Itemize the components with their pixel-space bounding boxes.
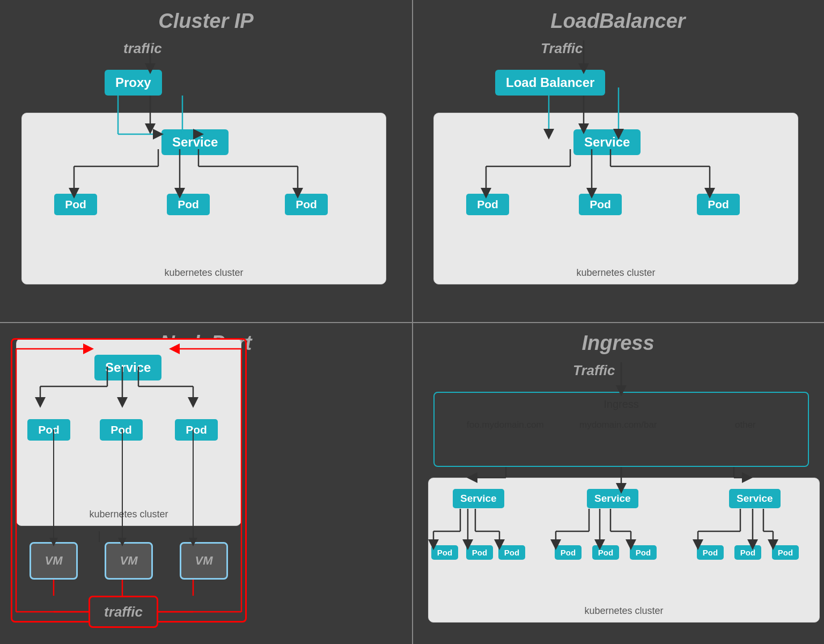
q1-pod1-label: Pod bbox=[54, 194, 97, 215]
q1-cluster-ip: Cluster IP traffic Proxy Service Pod Pod… bbox=[0, 0, 412, 322]
q4-pod2: Pod bbox=[466, 545, 493, 560]
q4-svc2-box: Service bbox=[587, 489, 638, 508]
q2-service: Service bbox=[573, 129, 641, 155]
q4-svc3: Service bbox=[729, 489, 781, 508]
q1-pod1: Pod bbox=[54, 194, 97, 215]
q4-cluster-label: kubernetes cluster bbox=[584, 605, 663, 617]
q1-service-box: Service bbox=[161, 129, 229, 155]
q2-pod2: Pod bbox=[579, 194, 622, 215]
q4-pod7: Pod bbox=[697, 545, 724, 560]
q4-pod3-label: Pod bbox=[498, 545, 525, 560]
q3-traffic-label: traffic bbox=[104, 604, 143, 620]
q2-pod3-label: Pod bbox=[697, 194, 740, 215]
q3-traffic-box: traffic bbox=[89, 596, 158, 628]
q4-pod3: Pod bbox=[498, 545, 525, 560]
q4-pod2-label: Pod bbox=[466, 545, 493, 560]
q4-ingress-label: Ingress bbox=[604, 398, 639, 411]
q1-proxy: Proxy bbox=[105, 70, 162, 96]
q4-cluster-box: Service Service Service Pod Pod Pod Pod … bbox=[428, 478, 820, 623]
q4-title: Ingress bbox=[582, 332, 654, 355]
q2-traffic-label: Traffic bbox=[541, 40, 583, 57]
q4-pod6: Pod bbox=[630, 545, 657, 560]
q4-pod4-label: Pod bbox=[555, 545, 582, 560]
q1-service: Service bbox=[161, 129, 229, 155]
q4-route2: mydomain.com/bar bbox=[579, 420, 657, 430]
q3-vm1: VM bbox=[30, 542, 78, 580]
q3-vm3: VM bbox=[180, 542, 228, 580]
q3-vm2: VM bbox=[105, 542, 153, 580]
q4-route3: other bbox=[735, 420, 756, 430]
q3-nodeport: NodePort Service Pod Pod Pod kubernetes … bbox=[0, 322, 412, 644]
q4-pod6-label: Pod bbox=[630, 545, 657, 560]
q2-loadbalancer: LoadBalancer Traffic Load Balancer Servi… bbox=[412, 0, 824, 322]
q2-lb-box: Load Balancer bbox=[495, 70, 605, 96]
q3-nodeport-box bbox=[11, 338, 247, 623]
q1-traffic-label: traffic bbox=[123, 40, 162, 57]
q1-pod2: Pod bbox=[167, 194, 210, 215]
q2-cluster-box: Service Pod Pod Pod kubernetes cluster bbox=[433, 113, 798, 284]
q1-cluster-box: Service Pod Pod Pod kubernetes cluster bbox=[21, 113, 386, 284]
q1-cluster-label: kubernetes cluster bbox=[164, 267, 243, 279]
q4-svc1-box: Service bbox=[453, 489, 504, 508]
q4-pod4: Pod bbox=[555, 545, 582, 560]
q4-svc3-box: Service bbox=[729, 489, 781, 508]
q2-cluster-label: kubernetes cluster bbox=[576, 267, 655, 279]
q4-pod1-label: Pod bbox=[431, 545, 458, 560]
q2-service-box: Service bbox=[573, 129, 641, 155]
q1-pod2-label: Pod bbox=[167, 194, 210, 215]
q4-traffic-label: Traffic bbox=[573, 362, 615, 379]
q4-pod9: Pod bbox=[772, 545, 799, 560]
q4-pod5-label: Pod bbox=[592, 545, 619, 560]
q1-title: Cluster IP bbox=[158, 10, 253, 33]
q1-pod3-label: Pod bbox=[285, 194, 328, 215]
q4-pod8: Pod bbox=[734, 545, 761, 560]
q4-pod8-label: Pod bbox=[734, 545, 761, 560]
q4-ingress: Ingress Traffic Ingress foo.mydomain.com… bbox=[412, 322, 824, 644]
q4-ingress-box: Ingress foo.mydomain.com mydomain.com/ba… bbox=[433, 392, 809, 467]
q4-pod7-label: Pod bbox=[697, 545, 724, 560]
q2-pod2-label: Pod bbox=[579, 194, 622, 215]
q1-proxy-box: Proxy bbox=[105, 70, 162, 96]
q4-svc2: Service bbox=[587, 489, 638, 508]
q4-route1: foo.mydomain.com bbox=[467, 420, 544, 430]
q4-pod5: Pod bbox=[592, 545, 619, 560]
q2-pod3: Pod bbox=[697, 194, 740, 215]
q4-svc1: Service bbox=[453, 489, 504, 508]
q2-pod1-label: Pod bbox=[466, 194, 509, 215]
q2-lb: Load Balancer bbox=[495, 70, 605, 96]
vertical-divider bbox=[412, 0, 413, 644]
q4-pod9-label: Pod bbox=[772, 545, 799, 560]
q2-title: LoadBalancer bbox=[550, 10, 685, 33]
q4-pod1: Pod bbox=[431, 545, 458, 560]
q1-pod3: Pod bbox=[285, 194, 328, 215]
q2-pod1: Pod bbox=[466, 194, 509, 215]
